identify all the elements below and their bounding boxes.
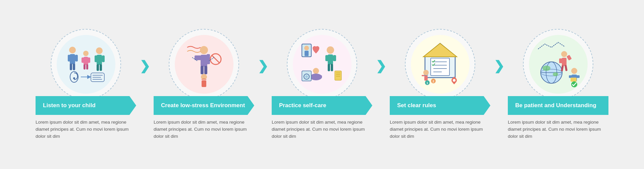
svg-rect-2 [68, 55, 70, 61]
step-circle-clear-rules: 1 2 [405, 29, 475, 99]
svg-rect-27 [207, 54, 210, 64]
svg-rect-33 [202, 80, 206, 87]
step-listen: Listen to your child Lorem ipsum dolor s… [29, 29, 143, 140]
svg-rect-14 [95, 55, 97, 62]
step-circle-low-stress [169, 29, 239, 99]
svg-rect-78 [559, 58, 562, 63]
svg-rect-41 [328, 64, 330, 71]
step-desc-patient: Lorem ipsum dolor sit dim amet, mea regi… [508, 119, 608, 140]
step-self-care: Practice self-care Lorem ipsum dolor sit… [265, 29, 379, 140]
svg-point-74 [542, 66, 550, 71]
step-patient: Be patient and Understanding Lorem ipsum… [501, 29, 615, 140]
svg-rect-79 [567, 55, 572, 60]
svg-rect-11 [86, 64, 88, 70]
svg-rect-1 [70, 54, 75, 64]
step-label-low-stress: Create low-stress Environment [154, 96, 254, 115]
svg-rect-39 [325, 55, 328, 61]
svg-rect-17 [100, 64, 102, 71]
svg-point-49 [305, 75, 308, 78]
svg-rect-8 [82, 57, 84, 63]
svg-rect-29 [204, 66, 207, 74]
step-circle-listen [51, 29, 121, 99]
svg-rect-25 [201, 55, 207, 67]
svg-point-0 [69, 47, 76, 53]
svg-rect-28 [201, 66, 204, 74]
step-circle-self-care [287, 29, 357, 99]
svg-rect-46 [318, 75, 322, 78]
svg-rect-81 [565, 65, 568, 71]
svg-rect-10 [84, 64, 86, 70]
svg-point-6 [83, 51, 89, 56]
svg-rect-56 [431, 58, 449, 76]
svg-rect-3 [75, 55, 78, 61]
svg-rect-85 [576, 75, 580, 78]
svg-rect-13 [97, 55, 102, 65]
infographic: Listen to your child Lorem ipsum dolor s… [10, 26, 634, 143]
svg-rect-40 [333, 55, 336, 61]
svg-rect-36 [305, 51, 309, 56]
step-clear-rules: 1 2 Set clear rules Lorem ipsum dolor si… [383, 29, 497, 140]
svg-point-65 [453, 79, 455, 82]
step-label-clear-rules: Set clear rules [390, 96, 490, 115]
svg-point-43 [313, 68, 319, 74]
svg-line-31 [212, 55, 220, 63]
svg-rect-9 [88, 57, 90, 63]
svg-rect-16 [97, 64, 99, 71]
svg-point-76 [561, 51, 567, 57]
svg-rect-42 [331, 64, 333, 71]
step-desc-clear-rules: Lorem ipsum dolor sit dim amet, mea regi… [390, 119, 490, 140]
svg-rect-15 [102, 55, 105, 62]
svg-point-75 [553, 72, 558, 76]
svg-rect-63 [422, 75, 424, 76]
svg-point-19 [73, 77, 75, 79]
svg-rect-5 [73, 64, 75, 70]
step-circle-patient [523, 29, 593, 99]
svg-rect-38 [328, 54, 333, 65]
svg-rect-7 [84, 57, 88, 65]
svg-rect-84 [569, 75, 572, 78]
step-label-self-care: Practice self-care [272, 96, 372, 115]
svg-rect-77 [562, 58, 567, 66]
svg-rect-86 [571, 78, 577, 82]
step-label-listen: Listen to your child [36, 96, 136, 115]
svg-text:1: 1 [426, 81, 428, 85]
svg-point-37 [327, 46, 334, 54]
svg-point-35 [304, 46, 309, 50]
svg-point-12 [96, 47, 103, 54]
step-low-stress: Create low-stress Environment Lorem ipsu… [147, 29, 261, 140]
svg-text:2: 2 [432, 80, 434, 83]
svg-point-24 [200, 46, 208, 54]
step-label-patient: Be patient and Understanding [508, 96, 608, 115]
step-desc-self-care: Lorem ipsum dolor sit dim amet, mea regi… [272, 119, 372, 140]
svg-rect-50 [335, 71, 341, 80]
svg-point-61 [423, 70, 429, 75]
step-desc-listen: Lorem ipsum dolor sit dim amet, mea regi… [36, 119, 136, 140]
svg-point-82 [571, 68, 577, 74]
svg-rect-62 [424, 76, 428, 81]
svg-marker-55 [423, 43, 457, 57]
svg-rect-4 [70, 64, 72, 70]
step-desc-low-stress: Lorem ipsum dolor sit dim amet, mea regi… [154, 119, 254, 140]
